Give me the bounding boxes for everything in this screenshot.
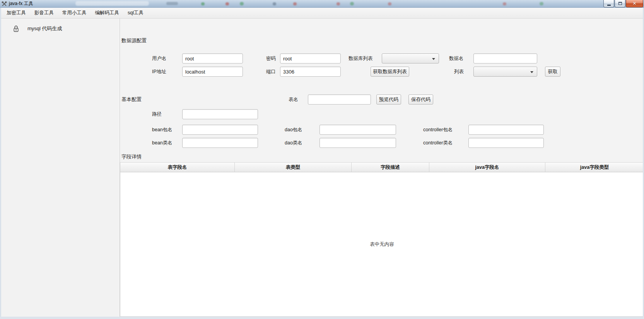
fetch-button[interactable]: 获取 bbox=[545, 67, 560, 77]
bean-class-label: bean类名 bbox=[152, 138, 173, 148]
fields-table-header: 表字段名 表类型 字段描述 java字段名 java字段类型 bbox=[120, 163, 644, 172]
app-tools-icon bbox=[2, 1, 7, 7]
dao-class-input[interactable] bbox=[319, 138, 396, 148]
menu-encrypt-tools[interactable]: 加密工具 bbox=[2, 8, 30, 18]
path-input[interactable] bbox=[182, 109, 258, 119]
window-controls: ✕ bbox=[603, 0, 643, 7]
window-frame-bottom bbox=[0, 317, 644, 319]
aero-smudge bbox=[388, 2, 391, 5]
close-icon: ✕ bbox=[632, 0, 636, 7]
controller-class-label: controller类名 bbox=[423, 138, 453, 148]
column-header-table-type[interactable]: 表类型 bbox=[235, 163, 352, 172]
chevron-down-icon bbox=[530, 71, 533, 73]
sidebar-item-mysql-codegen[interactable]: mysql 代码生成 bbox=[0, 22, 120, 36]
aero-smudge bbox=[201, 2, 205, 5]
column-header-java-field-name[interactable]: java字段名 bbox=[429, 163, 545, 172]
menu-sql-tools[interactable]: sql工具 bbox=[123, 8, 148, 18]
port-label: 端口 bbox=[266, 67, 276, 77]
dao-package-input[interactable] bbox=[319, 125, 396, 135]
app-body: mysql 代码生成 数据源配置 用户名 密码 数据库列表 数据名 IP地址 端… bbox=[0, 19, 644, 319]
path-label: 路径 bbox=[152, 109, 162, 119]
password-input[interactable] bbox=[280, 53, 341, 63]
chevron-down-icon bbox=[432, 58, 435, 60]
close-button[interactable]: ✕ bbox=[626, 0, 643, 7]
column-header-table-field-name[interactable]: 表字段名 bbox=[120, 163, 235, 172]
aero-smudge bbox=[240, 2, 244, 5]
table-list-label: 列表 bbox=[454, 67, 464, 77]
column-header-field-description[interactable]: 字段描述 bbox=[352, 163, 429, 172]
table-name-input[interactable] bbox=[308, 94, 371, 105]
sidebar-item-label: mysql 代码生成 bbox=[27, 25, 62, 32]
aero-smudge bbox=[166, 2, 178, 5]
fields-table: 表字段名 表类型 字段描述 java字段名 java字段类型 表中无内容 bbox=[120, 162, 644, 317]
dao-class-label: dao类名 bbox=[285, 138, 302, 148]
controller-class-input[interactable] bbox=[468, 138, 544, 148]
dao-package-label: dao包名 bbox=[285, 125, 302, 135]
menu-bar: 加密工具 影音工具 常用小工具 编解码工具 sql工具 bbox=[0, 8, 644, 19]
table-list-combobox[interactable] bbox=[473, 67, 537, 77]
ip-input[interactable] bbox=[182, 67, 243, 77]
bean-package-label: bean包名 bbox=[152, 125, 173, 135]
fetch-database-list-button[interactable]: 获取数据库列表 bbox=[371, 67, 409, 77]
preview-code-button[interactable]: 预览代码 bbox=[376, 94, 401, 105]
aero-smudge bbox=[273, 2, 276, 5]
database-list-label: 数据库列表 bbox=[348, 53, 373, 63]
column-header-java-field-type[interactable]: java字段类型 bbox=[545, 163, 644, 172]
database-name-label: 数据名 bbox=[449, 53, 464, 63]
sidebar: mysql 代码生成 bbox=[0, 19, 120, 319]
window-title: java-fx 工具 bbox=[9, 0, 33, 8]
database-name-input[interactable] bbox=[473, 53, 537, 63]
table-name-label: 表名 bbox=[289, 94, 298, 105]
menu-media-tools[interactable]: 影音工具 bbox=[30, 8, 58, 18]
username-input[interactable] bbox=[182, 53, 243, 63]
aero-smudge bbox=[225, 2, 229, 5]
menu-codec-tools[interactable]: 编解码工具 bbox=[91, 8, 124, 18]
save-code-button[interactable]: 保存代码 bbox=[408, 94, 433, 105]
minimize-button[interactable] bbox=[603, 0, 614, 7]
window-frame-left bbox=[0, 8, 1, 319]
aero-smudge bbox=[350, 2, 354, 5]
bean-package-input[interactable] bbox=[182, 125, 258, 135]
database-list-combobox[interactable] bbox=[382, 53, 439, 63]
title-bar: java-fx 工具 ✕ bbox=[0, 0, 644, 8]
section-title-fields-detail: 字段详情 bbox=[121, 153, 142, 161]
controller-package-input[interactable] bbox=[468, 125, 544, 135]
menu-common-tools[interactable]: 常用小工具 bbox=[58, 8, 91, 18]
aero-smudge bbox=[540, 2, 543, 5]
password-label: 密码 bbox=[266, 53, 276, 63]
minimize-icon bbox=[607, 5, 611, 6]
controller-package-label: controller包名 bbox=[423, 125, 453, 135]
section-title-datasource: 数据源配置 bbox=[121, 37, 147, 45]
fields-table-body: 表中无内容 bbox=[120, 172, 644, 316]
aero-smudge bbox=[293, 2, 297, 5]
aero-smudge bbox=[337, 2, 340, 5]
username-label: 用户名 bbox=[152, 53, 167, 63]
aero-smudge bbox=[503, 2, 506, 5]
table-empty-placeholder: 表中无内容 bbox=[370, 241, 394, 248]
port-input[interactable] bbox=[280, 67, 341, 77]
maximize-icon bbox=[618, 2, 622, 5]
main-panel: 数据源配置 用户名 密码 数据库列表 数据名 IP地址 端口 获取数据库列表 列… bbox=[120, 19, 644, 319]
aero-smudge bbox=[75, 1, 149, 6]
bean-class-input[interactable] bbox=[182, 138, 258, 148]
ip-label: IP地址 bbox=[152, 67, 166, 77]
maximize-button[interactable] bbox=[615, 0, 625, 7]
app-window: java-fx 工具 ✕ 加密工具 影音工具 常用小工具 编解码工具 sql工具… bbox=[0, 0, 644, 319]
section-title-basic: 基本配置 bbox=[121, 96, 142, 103]
lock-icon bbox=[13, 26, 19, 32]
